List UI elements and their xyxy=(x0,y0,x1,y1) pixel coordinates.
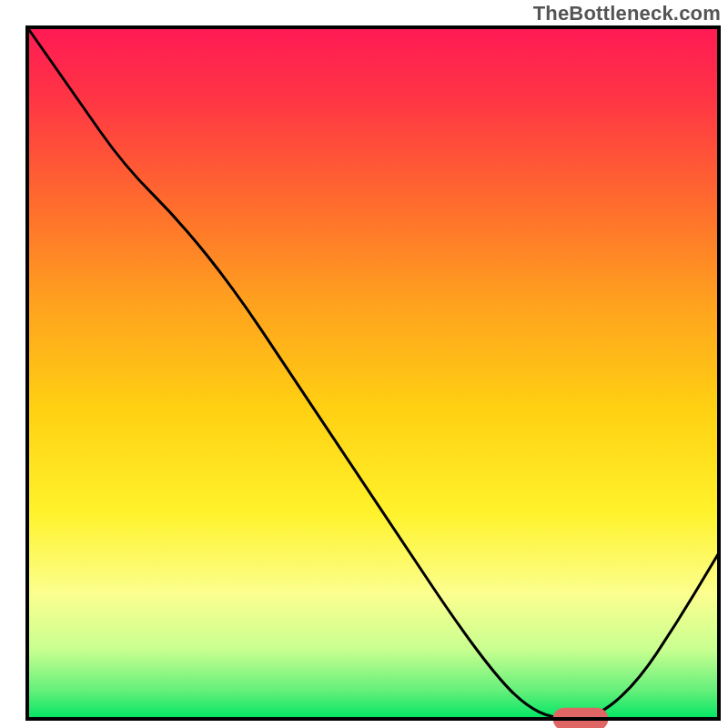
watermark-text: TheBottleneck.com xyxy=(533,2,721,25)
chart-background-gradient xyxy=(27,27,719,719)
bottleneck-chart xyxy=(0,0,728,728)
